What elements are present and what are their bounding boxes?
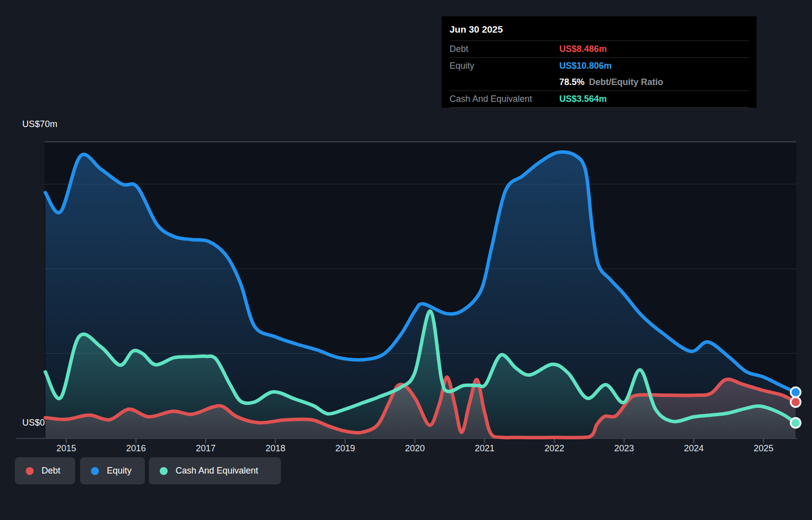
- x-axis-label-2019: 2019: [323, 443, 367, 454]
- tooltip-debt-value: US$8.486m: [559, 44, 607, 54]
- tooltip-cash-row: Cash And Equivalent US$3.564m: [450, 91, 749, 108]
- tooltip-debt-label: Debt: [450, 44, 559, 54]
- x-axis-label-2022: 2022: [532, 443, 577, 454]
- tooltip-ratio-label: Debt/Equity Ratio: [589, 77, 663, 87]
- legend-equity-label: Equity: [107, 466, 132, 476]
- x-axis-label-2025: 2025: [741, 443, 786, 454]
- x-axis-label-2023: 2023: [602, 443, 646, 454]
- tooltip-cash-value: US$3.564m: [559, 94, 607, 104]
- legend-item-debt[interactable]: Debt: [15, 457, 75, 484]
- x-axis-label-2024: 2024: [672, 443, 716, 454]
- x-axis-label-2015: 2015: [44, 443, 89, 454]
- y-axis-zero-label: US$0: [22, 418, 45, 428]
- tooltip-cash-label: Cash And Equivalent: [450, 94, 559, 104]
- x-axis-label-2017: 2017: [183, 443, 228, 454]
- debt-legend-dot-icon: [26, 467, 34, 475]
- tooltip-ratio-value: 78.5%: [559, 77, 585, 87]
- tooltip-equity-label: Equity: [450, 61, 559, 71]
- tooltip-debt-row: Debt US$8.486m: [450, 41, 749, 58]
- legend-item-cash[interactable]: Cash And Equivalent: [149, 457, 281, 484]
- chart-tooltip: Jun 30 2025 Debt US$8.486m Equity US$10.…: [442, 16, 757, 108]
- tooltip-ratio-row: 78.5% Debt/Equity Ratio: [450, 74, 749, 91]
- tooltip-date: Jun 30 2025: [450, 19, 749, 41]
- tooltip-equity-row: Equity US$10.806m: [450, 58, 749, 74]
- x-axis-label-2016: 2016: [114, 443, 158, 454]
- x-axis-label-2020: 2020: [393, 443, 437, 454]
- tooltip-equity-value: US$10.806m: [559, 61, 612, 71]
- cash-end-marker: [791, 418, 801, 428]
- equity-end-marker: [791, 388, 801, 397]
- x-axis-label-2018: 2018: [253, 443, 298, 454]
- cash-legend-dot-icon: [160, 467, 168, 475]
- legend-item-equity[interactable]: Equity: [80, 457, 145, 484]
- legend-cash-label: Cash And Equivalent: [176, 466, 258, 476]
- x-axis-label-2021: 2021: [462, 443, 507, 454]
- y-axis-max-label: US$70m: [22, 119, 57, 130]
- debt-end-marker: [791, 397, 801, 407]
- equity-legend-dot-icon: [91, 467, 99, 475]
- legend-debt-label: Debt: [42, 466, 60, 476]
